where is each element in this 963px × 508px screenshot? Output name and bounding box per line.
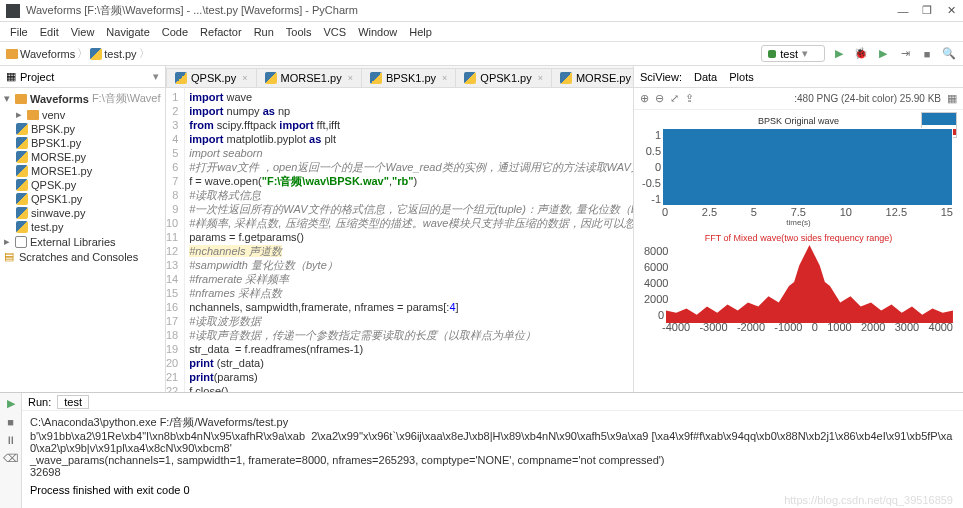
code-content[interactable]: import waveimport numpy as npfrom scipy.…	[185, 88, 633, 392]
python-icon	[16, 137, 28, 149]
project-tab-icon: ▦	[6, 70, 16, 83]
zoom-out-icon[interactable]: ⊖	[655, 92, 664, 105]
caret-right-icon[interactable]: ▸	[4, 235, 12, 248]
chevron-down-icon[interactable]: ▾	[153, 70, 159, 83]
chart-title: FFT of Mixed wave(two sides frequency ra…	[640, 233, 957, 243]
app-icon	[6, 4, 20, 18]
menu-window[interactable]: Window	[352, 24, 403, 40]
tree-file[interactable]: MORSE.py	[4, 150, 161, 164]
menu-vcs[interactable]: VCS	[318, 24, 353, 40]
run-tab[interactable]: test	[57, 395, 89, 409]
chevron-right-icon: 〉	[77, 46, 88, 61]
clear-icon[interactable]: ⌫	[3, 452, 19, 465]
sciview-tab-data[interactable]: Data	[694, 71, 717, 83]
menu-code[interactable]: Code	[156, 24, 194, 40]
close-button[interactable]: ✕	[945, 5, 957, 17]
menu-run[interactable]: Run	[248, 24, 280, 40]
tree-root-label: Waveforms	[30, 93, 89, 105]
sciview-tab-plots[interactable]: Plots	[729, 71, 753, 83]
menu-help[interactable]: Help	[403, 24, 438, 40]
plot-area[interactable]: × BPSK Original wave 1 0.5 0 -0.5 -1 0 2…	[634, 110, 963, 392]
editor-tab[interactable]: MORSE1.py×	[256, 68, 362, 87]
line-gutter: 12345678910111213141516171819202122	[166, 88, 185, 392]
maximize-button[interactable]: ❐	[921, 5, 933, 17]
menu-refactor[interactable]: Refactor	[194, 24, 248, 40]
tree-root[interactable]: ▾ Waveforms F:\音频\Wavef	[4, 90, 161, 107]
tree-file[interactable]: QPSK1.py	[4, 192, 161, 206]
menu-navigate[interactable]: Navigate	[100, 24, 155, 40]
attach-button[interactable]: ⇥	[897, 46, 913, 62]
tree-ext-libs[interactable]: ▸External Libraries	[4, 234, 161, 249]
editor-tab[interactable]: BPSK1.py×	[361, 68, 456, 87]
python-icon	[16, 165, 28, 177]
chart-title: BPSK Original wave	[640, 116, 957, 126]
run-config-name: test	[780, 48, 798, 60]
tree-file[interactable]: MORSE1.py	[4, 164, 161, 178]
caret-right-icon[interactable]: ▸	[16, 108, 24, 121]
close-icon[interactable]: ×	[442, 73, 447, 83]
search-everywhere-button[interactable]: 🔍	[941, 46, 957, 62]
tree-file[interactable]: test.py	[4, 220, 161, 234]
breadcrumb-root[interactable]: Waveforms	[20, 48, 75, 60]
pause-icon[interactable]: ⏸	[5, 434, 16, 446]
minimize-button[interactable]: —	[897, 5, 909, 17]
project-tool-window: ▦ Project ▾ ▾ Waveforms F:\音频\Wavef ▸ven…	[0, 66, 166, 392]
folder-icon	[27, 110, 39, 120]
chart-xlabel: time(s)	[640, 218, 957, 227]
rerun-button[interactable]: ▶	[7, 397, 15, 410]
breadcrumb-file[interactable]: test.py	[104, 48, 136, 60]
run-button[interactable]: ▶	[831, 46, 847, 62]
close-icon[interactable]: ×	[348, 73, 353, 83]
run-label: Run:	[28, 396, 51, 408]
python-icon	[265, 72, 277, 84]
menu-tools[interactable]: Tools	[280, 24, 318, 40]
python-icon	[16, 193, 28, 205]
run-coverage-button[interactable]: ▶	[875, 46, 891, 62]
python-icon	[16, 221, 28, 233]
run-config-selector[interactable]: test ▾	[761, 45, 825, 62]
chevron-right-icon: 〉	[139, 46, 150, 61]
plot-filename: :480 PNG (24-bit color) 25.90 KB	[794, 93, 941, 104]
window-title: Waveforms [F:\音频\Waveforms] - ...\test.p…	[26, 3, 897, 18]
tree-file[interactable]: BPSK1.py	[4, 136, 161, 150]
stop-button[interactable]: ■	[7, 416, 14, 428]
close-icon[interactable]: ×	[538, 73, 543, 83]
stop-button[interactable]: ■	[919, 46, 935, 62]
tree-scratches[interactable]: ▤Scratches and Consoles	[4, 249, 161, 264]
close-icon[interactable]: ×	[242, 73, 247, 83]
chart-bpsk-wave: BPSK Original wave 1 0.5 0 -0.5 -1 0 2.5…	[640, 116, 957, 227]
sciview-panel: SciView: Data Plots ⊕ ⊖ ⤢ ⇪ :480 PNG (24…	[633, 66, 963, 392]
editor-tab[interactable]: QPSK.py×	[166, 68, 257, 87]
code-editor[interactable]: 12345678910111213141516171819202122 impo…	[166, 88, 633, 392]
watermark: https://blog.csdn.net/qq_39516859	[784, 494, 953, 506]
sciview-label: SciView:	[640, 71, 682, 83]
export-icon[interactable]: ⇪	[685, 92, 694, 105]
debug-button[interactable]: 🐞	[853, 46, 869, 62]
menu-edit[interactable]: Edit	[34, 24, 65, 40]
tree-file[interactable]: BPSK.py	[4, 122, 161, 136]
library-icon	[15, 236, 27, 248]
scratch-icon: ▤	[4, 250, 16, 263]
fit-icon[interactable]: ⤢	[670, 92, 679, 105]
tree-file[interactable]: QPSK.py	[4, 178, 161, 192]
folder-icon	[6, 49, 18, 59]
settings-icon[interactable]: ▦	[947, 92, 957, 105]
project-tab-label[interactable]: Project	[20, 71, 54, 83]
titlebar: Waveforms [F:\音频\Waveforms] - ...\test.p…	[0, 0, 963, 22]
zoom-in-icon[interactable]: ⊕	[640, 92, 649, 105]
menu-view[interactable]: View	[65, 24, 101, 40]
menubar: File Edit View Navigate Code Refactor Ru…	[0, 22, 963, 42]
python-icon	[16, 151, 28, 163]
folder-icon	[15, 94, 27, 104]
chart-fft: FFT of Mixed wave(two sides frequency ra…	[640, 233, 957, 333]
run-config-icon	[768, 50, 776, 58]
tree-root-path: F:\音频\Wavef	[92, 91, 161, 106]
tree-folder-venv[interactable]: ▸venv	[4, 107, 161, 122]
editor-tab[interactable]: MORSE.py×	[551, 68, 633, 87]
navigation-bar: Waveforms 〉 test.py 〉 test ▾ ▶ 🐞 ▶ ⇥ ■ 🔍	[0, 42, 963, 66]
caret-down-icon[interactable]: ▾	[4, 92, 12, 105]
tree-file[interactable]: sinwave.py	[4, 206, 161, 220]
python-icon	[16, 123, 28, 135]
menu-file[interactable]: File	[4, 24, 34, 40]
editor-tab[interactable]: QPSK1.py×	[455, 68, 552, 87]
